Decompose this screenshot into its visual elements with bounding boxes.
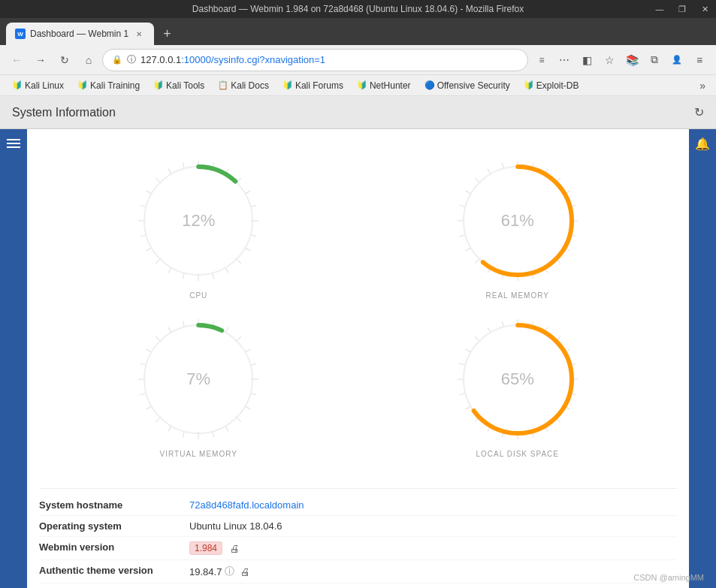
bookmark-kali-tools[interactable]: 🔰 Kali Tools	[147, 79, 210, 92]
minimize-button[interactable]: —	[648, 0, 671, 18]
svg-line-56	[246, 349, 251, 352]
sysinfo-val-webmin: 1.984 🖨	[189, 541, 243, 555]
bookmark-nethunter[interactable]: 🔰 NetHunter	[351, 79, 417, 92]
virtual-memory-gauge-label: VIRTUAL MEMORY	[160, 450, 237, 458]
webmin-info-icon[interactable]: 🖨	[230, 543, 240, 554]
bookmark-kali-training[interactable]: 🔰 Kali Training	[71, 79, 146, 92]
real-memory-gauge: 61%	[450, 153, 585, 288]
svg-line-11	[213, 273, 214, 279]
kali-forums-icon: 🔰	[282, 80, 293, 90]
security-icon: 🔒	[112, 55, 122, 65]
tab-close-button[interactable]: ✕	[133, 28, 145, 40]
svg-line-100	[488, 327, 491, 333]
info-icon: ⓘ	[127, 53, 136, 66]
svg-line-74	[168, 327, 171, 333]
virtual-memory-gauge: 7%	[131, 312, 266, 447]
svg-line-8	[246, 248, 251, 251]
svg-line-66	[168, 426, 171, 431]
svg-line-54	[225, 327, 228, 333]
svg-line-10	[225, 267, 228, 273]
bookmark-offensive-security[interactable]: 🔵 Offensive Security	[418, 79, 516, 92]
pocket-button[interactable]: ◧	[576, 50, 597, 71]
notification-button[interactable]: 🔔	[691, 132, 714, 155]
bookmark-button[interactable]: ⋯	[554, 50, 575, 71]
svg-line-97	[459, 363, 465, 365]
virtual-memory-gauge-container: 7% VIRTUAL MEMORY	[39, 306, 358, 464]
window-title: Dashboard — Webmin 1.984 on 72a8d468 (Ub…	[192, 4, 524, 14]
bookmark-nethunter-label: NetHunter	[370, 80, 411, 91]
split-view-button[interactable]: ⧉	[644, 50, 665, 71]
sysinfo-val-os: Ubuntu Linux 18.04.6	[189, 520, 282, 532]
svg-line-72	[147, 349, 152, 352]
svg-line-60	[246, 406, 251, 409]
sync-button[interactable]: 👤	[666, 50, 687, 71]
hostname-link[interactable]: 72a8d468fafd.localdomain	[189, 499, 304, 511]
active-tab[interactable]: W Dashboard — Webmin 1 ✕	[6, 23, 154, 45]
bookmarks-library-button[interactable]: 📚	[621, 50, 642, 71]
bookmark-exploit-db-label: Exploit-DB	[536, 80, 579, 91]
menu-button[interactable]: ≡	[689, 50, 710, 71]
svg-line-48	[488, 169, 491, 174]
cpu-gauge-value: 12%	[182, 211, 215, 231]
svg-line-68	[147, 406, 152, 409]
back-button[interactable]: ←	[6, 50, 27, 71]
watermark: CSDN @amingMM	[633, 573, 704, 582]
tab-bar: W Dashboard — Webmin 1 ✕ +	[0, 18, 716, 45]
table-row: Time on system Wednesday, August 31, 202…	[39, 583, 677, 588]
right-sidebar: 🔔	[689, 129, 716, 588]
svg-line-16	[147, 248, 152, 251]
refresh-button[interactable]: ↻	[54, 50, 75, 71]
bookmarks-more-button[interactable]: »	[695, 78, 710, 93]
content-area: 12% CPU	[27, 129, 689, 588]
sysinfo-key-theme: Authentic theme version	[39, 565, 189, 578]
nav-actions: ≡ ⋯ ◧ ☆ 📚 ⧉ 👤 ≡	[531, 50, 710, 71]
table-row: Authentic theme version 19.84.7 ⓘ 🖨	[39, 560, 677, 583]
version-badge: 1.984	[189, 541, 222, 555]
svg-line-45	[459, 205, 465, 207]
bookmark-kali-docs[interactable]: 📋 Kali Docs	[212, 79, 275, 92]
bookmark-kali-linux[interactable]: 🔰 Kali Linux	[6, 79, 70, 92]
new-tab-button[interactable]: +	[157, 23, 177, 45]
exploit-db-icon: 🔰	[524, 80, 534, 90]
address-bar[interactable]: 🔒 ⓘ 127.0.0.1:10000/sysinfo.cgi?xnavigat…	[102, 49, 528, 71]
bookmark-offensive-security-label: Offensive Security	[437, 80, 510, 91]
gauges-section: 12% CPU	[39, 135, 677, 476]
home-button[interactable]: ⌂	[78, 50, 99, 71]
svg-line-71	[140, 363, 147, 365]
sysinfo-val-theme: 19.84.7 ⓘ 🖨	[189, 565, 253, 578]
svg-line-94	[465, 406, 470, 409]
bookmark-exploit-db[interactable]: 🔰 Exploit-DB	[518, 79, 585, 92]
svg-line-63	[213, 432, 214, 438]
bookmarks-bar: 🔰 Kali Linux 🔰 Kali Training 🔰 Kali Tool…	[0, 75, 716, 96]
bookmark-kali-tools-label: Kali Tools	[166, 80, 204, 91]
svg-line-7	[251, 235, 257, 237]
theme-version-text: 19.84.7	[189, 566, 222, 577]
svg-line-43	[459, 235, 465, 237]
offensive-security-icon: 🔵	[424, 80, 435, 90]
star-button[interactable]: ☆	[599, 50, 620, 71]
page-content: System Information ↻	[0, 96, 716, 588]
svg-line-42	[465, 248, 470, 251]
sysinfo-val-hostname: 72a8d468fafd.localdomain	[189, 499, 304, 511]
url-text: 127.0.0.1:10000/sysinfo.cgi?xnavigation=…	[140, 54, 518, 65]
sysinfo-title: System Information	[12, 106, 116, 119]
maximize-button[interactable]: ❐	[671, 0, 693, 18]
virtual-memory-gauge-value: 7%	[186, 369, 210, 389]
svg-line-19	[140, 205, 147, 207]
reader-view-button[interactable]: ≡	[531, 50, 552, 71]
forward-button[interactable]: →	[30, 50, 51, 71]
theme-settings-icon[interactable]: 🖨	[240, 566, 250, 577]
nethunter-icon: 🔰	[357, 80, 367, 90]
svg-line-95	[459, 394, 465, 395]
theme-info-icon[interactable]: ⓘ	[225, 565, 234, 578]
sysinfo-table: System hostname 72a8d468fafd.localdomain…	[39, 488, 677, 588]
close-button[interactable]: ✕	[693, 0, 716, 18]
hamburger-menu-button[interactable]	[2, 132, 25, 155]
svg-line-4	[246, 191, 251, 194]
local-disk-gauge: 65%	[450, 312, 585, 447]
sysinfo-refresh-button[interactable]: ↻	[694, 105, 704, 119]
svg-line-57	[251, 363, 257, 365]
bookmark-kali-forums[interactable]: 🔰 Kali Forums	[276, 79, 349, 92]
svg-line-22	[168, 169, 171, 174]
hamburger-line-3	[7, 146, 20, 148]
